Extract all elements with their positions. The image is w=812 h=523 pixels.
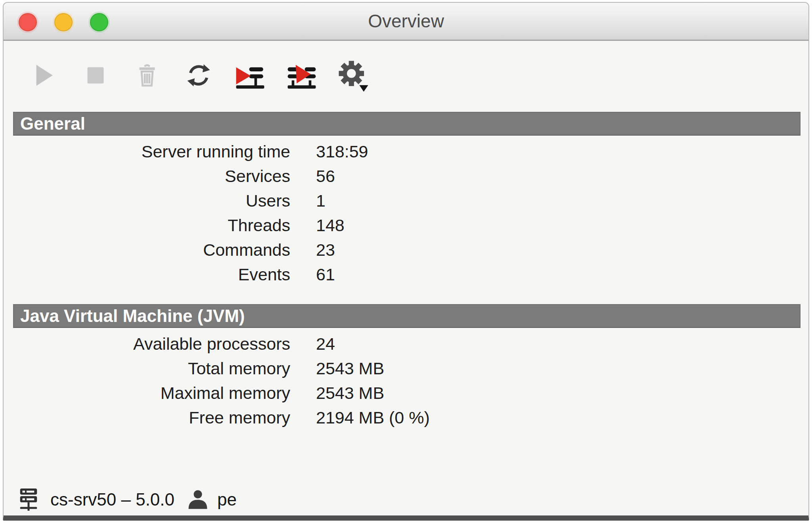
row-value: 148 (316, 216, 808, 235)
section-header-general: General (13, 112, 801, 136)
row-value: 318:59 (316, 142, 808, 161)
row-value: 61 (316, 265, 808, 284)
row-value: 56 (316, 167, 808, 186)
row-label: Events (4, 265, 290, 284)
row-value: 24 (316, 334, 808, 354)
settings-button[interactable] (335, 52, 372, 99)
trash-icon (136, 62, 158, 88)
server-start-icon (233, 60, 267, 90)
stop-icon (86, 65, 105, 86)
row-value: 23 (316, 240, 808, 260)
table-row: Services 56 (4, 164, 808, 188)
general-rows: Server running time 318:59 Services 56 U… (4, 139, 808, 287)
table-row: Total memory 2543 MB (4, 356, 808, 381)
table-row: Commands 23 (4, 238, 808, 262)
row-label: Available processors (4, 334, 290, 354)
server-icon (17, 487, 40, 513)
row-label: Services (4, 167, 290, 186)
toolbar (4, 42, 808, 109)
table-row: Events 61 (4, 262, 808, 287)
stop-button[interactable] (77, 52, 114, 99)
statusbar: cs-srv50 – 5.0.0 pe (4, 483, 808, 517)
jvm-rows: Available processors 24 Total memory 254… (4, 331, 808, 430)
table-row: Threads 148 (4, 213, 808, 238)
overview-window: Overview (3, 2, 809, 521)
start-server-button[interactable] (232, 52, 268, 99)
table-row: Available processors 24 (4, 331, 808, 356)
delete-button[interactable] (129, 52, 165, 99)
section-general: General Server running time 318:59 Servi… (4, 112, 808, 287)
run-button[interactable] (26, 52, 62, 99)
row-label: Threads (4, 216, 290, 235)
server-name-label: cs-srv50 – 5.0.0 (50, 490, 174, 510)
table-row: Free memory 2194 MB (0 %) (4, 405, 808, 430)
deploy-server-button[interactable] (283, 52, 320, 99)
gear-icon (337, 58, 369, 92)
server-deploy-icon (285, 60, 319, 90)
row-value: 2194 MB (0 %) (316, 408, 808, 427)
user-name-label: pe (217, 490, 237, 510)
row-label: Free memory (4, 408, 290, 427)
titlebar[interactable]: Overview (4, 3, 808, 41)
row-label: Maximal memory (4, 383, 290, 403)
play-icon (33, 63, 56, 88)
table-row: Users 1 (4, 188, 808, 213)
section-jvm: Java Virtual Machine (JVM) Available pro… (4, 304, 808, 430)
row-label: Users (4, 191, 290, 211)
refresh-icon (186, 61, 212, 89)
table-row: Server running time 318:59 (4, 139, 808, 164)
window-title: Overview (4, 3, 808, 40)
refresh-button[interactable] (180, 52, 217, 99)
row-value: 1 (316, 191, 808, 211)
row-label: Server running time (4, 142, 290, 161)
table-row: Maximal memory 2543 MB (4, 381, 808, 405)
row-value: 2543 MB (316, 359, 808, 378)
section-header-jvm: Java Virtual Machine (JVM) (13, 304, 801, 328)
row-value: 2543 MB (316, 383, 808, 403)
row-label: Total memory (4, 359, 290, 378)
user-icon (186, 488, 209, 511)
row-label: Commands (4, 240, 290, 260)
